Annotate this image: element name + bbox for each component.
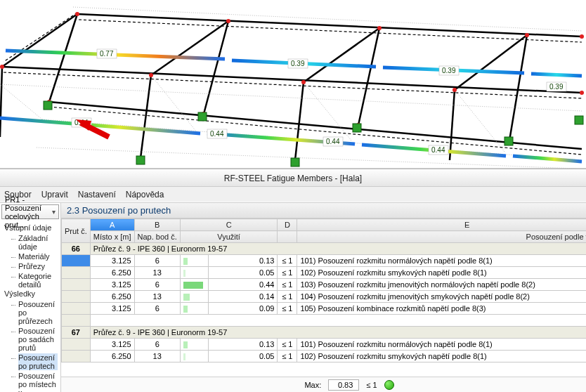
table-row: 3.125 6 0.13 ≤ 1 101) Posouzení rozkmitu…	[61, 255, 586, 267]
case-combo[interactable]: PŘ1 - Posouzení ocelových prut… ▾	[1, 204, 59, 219]
chevron-down-icon: ▾	[52, 208, 56, 216]
col-posudek[interactable]: Posouzení podle vzorce	[297, 231, 586, 243]
col-misto[interactable]: Místo x [m]	[90, 231, 134, 243]
sidebar: PŘ1 - Posouzení ocelových prut… ▾ Vstupn…	[0, 203, 61, 392]
group-row: 66 Průřez č. 9 - IPE 360 | Euronorm 19-5…	[61, 243, 586, 255]
tree-root-input[interactable]: Vstupní údaje	[4, 223, 58, 232]
main-panel: 2.3 Posouzení po prutech Prut č. A B C D…	[61, 203, 586, 392]
table-row: 3.125 6 0.44 ≤ 1 103) Posouzení rozkmitu…	[61, 279, 586, 291]
beam-label: 0.44	[326, 138, 340, 145]
max-value: 0.83	[328, 379, 359, 391]
svg-rect-18	[504, 137, 513, 145]
nav-tree: Vstupní údaje Základní údaje Materiály P…	[0, 221, 60, 392]
col-b[interactable]: B	[134, 219, 180, 231]
beam-label: 0.39	[549, 83, 564, 91]
beam-label: 0.39	[442, 67, 456, 74]
svg-point-1	[226, 19, 230, 23]
group-header: Průřez č. 9 - IPE 360 | Euronorm 19-57	[90, 243, 586, 255]
menu-nastaveni[interactable]: Nastavení	[78, 190, 116, 200]
col-c[interactable]: C	[180, 219, 278, 231]
svg-rect-20	[291, 158, 299, 166]
tree-item-details[interactable]: Kategorie detailů	[13, 271, 58, 289]
svg-point-7	[301, 80, 306, 84]
svg-rect-21	[575, 116, 583, 124]
tree-item-by-x[interactable]: Posouzení po místech x	[13, 371, 58, 392]
col-d[interactable]: D	[278, 219, 297, 231]
svg-rect-17	[353, 124, 361, 132]
beam-label: 0.44	[431, 146, 445, 154]
model-viewport[interactable]: 0.77 0.39 0.39 0.39 0.44 0.44 0.44 0.44	[0, 0, 586, 169]
results-table[interactable]: Prut č. A B C D E Místo x [m] Nap. bod č…	[61, 218, 586, 362]
col-napbod[interactable]: Nap. bod č.	[134, 231, 180, 243]
ok-icon	[384, 380, 394, 390]
svg-point-9	[580, 91, 584, 95]
svg-point-6	[149, 73, 153, 77]
group-header: Průřez č. 9 - IPE 360 | Euronorm 19-57	[90, 327, 586, 339]
svg-rect-19	[136, 156, 145, 164]
pointer-arrow	[76, 119, 109, 137]
svg-point-5	[0, 65, 4, 69]
max-compare: ≤ 1	[366, 381, 377, 389]
tree-item-basic[interactable]: Základní údaje	[13, 233, 58, 251]
menu-bar: Soubor Upravit Nastavení Nápověda	[0, 187, 586, 202]
beam-label: 0.44	[210, 130, 224, 138]
window-title: RF-STEEL Fatigue Members - [Hala]	[0, 169, 586, 187]
max-label: Max:	[304, 381, 321, 389]
table-row: 6.250 13 0.05 ≤ 1 102) Posouzení rozkmit…	[61, 351, 586, 362]
table-row: 3.125 6 0.09 ≤ 1 105) Posouzení kombinac…	[61, 303, 586, 315]
svg-rect-16	[198, 112, 207, 121]
table-row: 6.250 13 0.14 ≤ 1 104) Posouzení rozkmit…	[61, 291, 586, 303]
menu-napoveda[interactable]: Nápověda	[126, 190, 164, 200]
svg-rect-15	[44, 101, 52, 110]
col-a[interactable]: A	[90, 219, 134, 231]
tree-item-by-sets[interactable]: Posouzení po sadách prutů	[13, 326, 58, 353]
group-row: 67 Průřez č. 9 - IPE 360 | Euronorm 19-5…	[61, 327, 586, 339]
section-title: 2.3 Posouzení po prutech	[61, 203, 586, 218]
svg-point-0	[75, 12, 79, 16]
svg-point-2	[377, 26, 382, 30]
summary-bar: Max: 0.83 ≤ 1	[61, 377, 586, 392]
col-vyuziti[interactable]: Využití	[180, 231, 278, 243]
col-e[interactable]: E	[297, 219, 586, 231]
svg-point-8	[452, 88, 457, 92]
col-prut[interactable]: Prut č.	[61, 219, 90, 243]
tree-item-sections[interactable]: Průřezy	[13, 261, 58, 271]
svg-point-4	[580, 34, 584, 39]
beam-label: 0.77	[100, 50, 114, 58]
tree-root-results[interactable]: Výsledky	[4, 289, 58, 298]
tree-item-by-members[interactable]: Posouzení po prutech	[13, 353, 58, 371]
tree-item-by-section[interactable]: Posouzení po průřezech	[13, 299, 58, 326]
svg-point-3	[525, 33, 529, 37]
beam-label: 0.39	[291, 60, 305, 67]
tree-item-materials[interactable]: Materiály	[13, 251, 58, 261]
table-row: 3.125 6 0.13 ≤ 1 101) Posouzení rozkmitu…	[61, 339, 586, 351]
table-row: 6.250 13 0.05 ≤ 1 102) Posouzení rozkmit…	[61, 267, 586, 279]
